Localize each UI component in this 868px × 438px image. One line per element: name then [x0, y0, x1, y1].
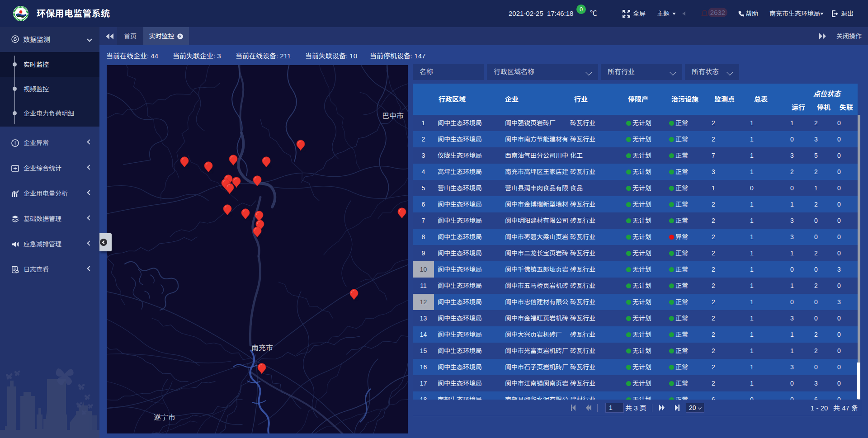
svg-text:巴中市: 巴中市 [382, 112, 404, 120]
svg-text:遂宁市: 遂宁市 [154, 414, 175, 421]
svg-text:南充市: 南充市 [251, 344, 273, 352]
